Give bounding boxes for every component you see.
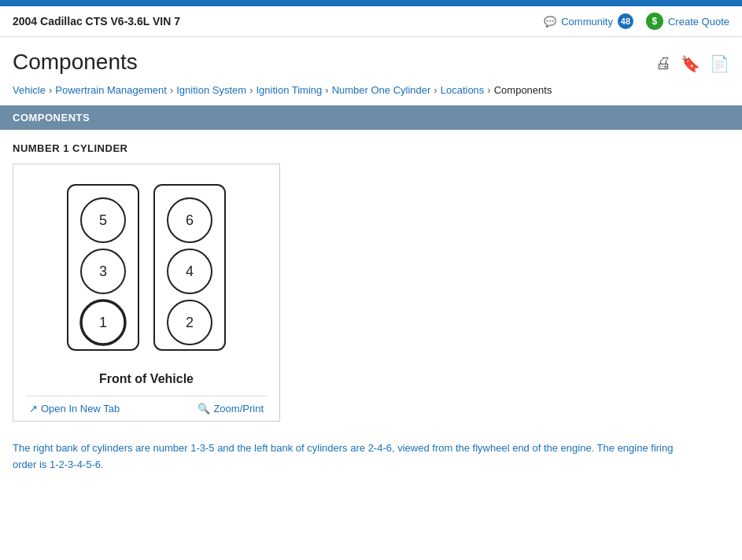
community-chat-icon: 💬 (544, 16, 556, 28)
vehicle-title: 2004 Cadillac CTS V6-3.6L VIN 7 (13, 15, 180, 28)
open-new-tab-icon: ↗ (29, 403, 38, 414)
header-actions: 💬 Community 48 $ Create Quote (544, 13, 729, 30)
print-icon[interactable]: 🖨 (655, 54, 671, 73)
page-title-area: Components 🖨 🔖 📄 (0, 37, 742, 81)
subsection-title: NUMBER 1 CYLINDER (13, 142, 729, 154)
top-bar (0, 0, 742, 6)
breadcrumb-sep-4: › (325, 84, 328, 96)
svg-text:2: 2 (186, 315, 194, 330)
breadcrumb-sep-3: › (249, 84, 253, 96)
create-quote-icon: $ (646, 13, 663, 30)
breadcrumb-ignition-system[interactable]: Ignition System (176, 84, 246, 96)
breadcrumb-ignition-timing[interactable]: Ignition Timing (256, 84, 322, 96)
svg-text:3: 3 (99, 263, 107, 279)
create-quote-button[interactable]: $ Create Quote (646, 13, 729, 30)
cylinder-diagram: 5 3 1 6 4 2 (28, 177, 264, 366)
diagram-container: 5 3 1 6 4 2 Front of Vehicle (13, 164, 280, 422)
diagram-svg-area: 5 3 1 6 4 2 (26, 177, 267, 366)
create-quote-label: Create Quote (668, 16, 729, 28)
open-new-tab-label: Open In New Tab (41, 403, 120, 414)
breadcrumb: Vehicle › Powertrain Management › Igniti… (0, 81, 742, 105)
breadcrumb-powertrain[interactable]: Powertrain Management (55, 84, 167, 96)
breadcrumb-current: Components (494, 84, 552, 96)
page-icons: 🖨 🔖 📄 (655, 50, 729, 73)
breadcrumb-number-one-cylinder[interactable]: Number One Cylinder (332, 84, 431, 96)
community-badge: 48 (618, 13, 633, 29)
open-new-tab-link[interactable]: ↗ Open In New Tab (29, 403, 120, 414)
breadcrumb-sep-1: › (49, 84, 52, 96)
zoom-print-icon: 🔍 (197, 403, 210, 414)
diagram-label: Front of Vehicle (26, 372, 267, 386)
breadcrumb-vehicle[interactable]: Vehicle (13, 84, 46, 96)
description-text: The right bank of cylinders are number 1… (13, 440, 697, 473)
zoom-print-link[interactable]: 🔍 Zoom/Print (197, 403, 264, 414)
community-button[interactable]: 💬 Community 48 (544, 13, 633, 29)
svg-text:6: 6 (186, 212, 194, 228)
page-title: Components (13, 50, 138, 75)
svg-text:4: 4 (186, 263, 194, 279)
community-label: Community (561, 16, 613, 28)
breadcrumb-sep-2: › (170, 84, 173, 96)
breadcrumb-sep-5: › (434, 84, 437, 96)
breadcrumb-sep-6: › (487, 84, 490, 96)
svg-text:1: 1 (99, 315, 107, 330)
bookmark-icon[interactable]: 🔖 (681, 54, 700, 73)
zoom-print-label: Zoom/Print (213, 403, 264, 414)
header: 2004 Cadillac CTS V6-3.6L VIN 7 💬 Commun… (0, 6, 742, 37)
list-icon[interactable]: 📄 (710, 54, 729, 73)
main-content: NUMBER 1 CYLINDER 5 3 1 6 (0, 130, 742, 486)
section-header: COMPONENTS (0, 105, 742, 130)
breadcrumb-locations[interactable]: Locations (441, 84, 485, 96)
svg-text:5: 5 (99, 212, 107, 228)
diagram-footer: ↗ Open In New Tab 🔍 Zoom/Print (26, 396, 267, 421)
